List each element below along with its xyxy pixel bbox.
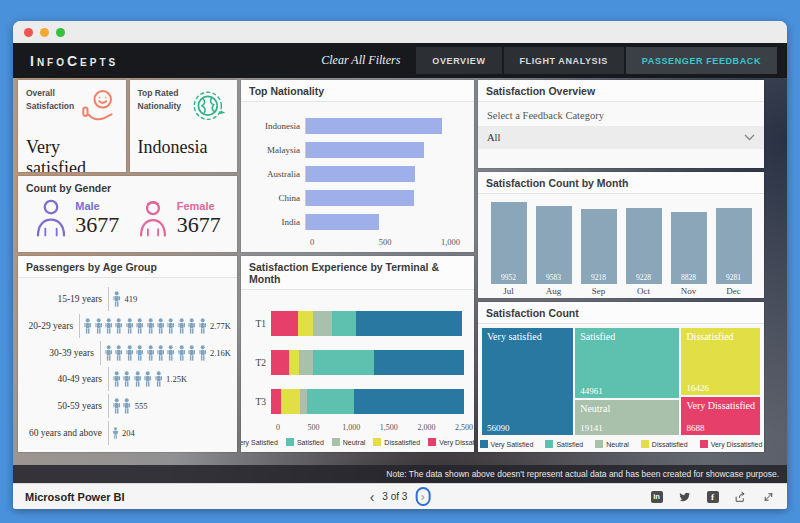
segment-neutral[interactable] [300,389,308,414]
tab-flight-analysis[interactable]: FLIGHT ANALYSIS [504,47,624,74]
month-label: Sep [592,284,606,298]
segment-very-satisfied[interactable] [354,389,464,414]
terminal-x-axis: 05001,0001,5002,0002,500 [276,423,464,435]
minimize-window-icon[interactable] [40,28,49,37]
dropdown-selected-value: All [487,132,500,143]
window-chrome [13,21,787,43]
age-group-row[interactable]: 40-49 years1.25K [18,367,231,391]
legend-item[interactable]: Very Dissatisfied [428,438,474,446]
satisfaction-experience-title: Satisfaction Experience by Terminal & Mo… [241,256,474,290]
legend-item[interactable]: Dissatisfied [641,440,688,448]
segment-neutral[interactable] [313,311,332,336]
close-window-icon[interactable] [24,28,33,37]
nationality-label: China [247,193,305,203]
age-group-label: 50-59 years [18,401,108,411]
tab-overview[interactable]: OVERVIEW [416,47,501,74]
nationality-bar[interactable] [306,142,424,158]
segment-satisfied[interactable] [332,311,356,336]
age-group-row[interactable]: 20-29 years2.77K [18,314,231,338]
legend-item[interactable]: Neutral [595,440,629,448]
month-bar[interactable]: 8828 [671,212,707,284]
nationality-label: Australia [247,169,305,179]
nationality-bar[interactable] [306,190,414,206]
maximize-window-icon[interactable] [56,28,65,37]
person-pictogram-icons [108,287,121,311]
satisfaction-experience-card: Satisfaction Experience by Terminal & Mo… [241,256,474,452]
legend-label: Satisfied [556,441,583,448]
male-count: Male 3677 [34,198,119,238]
terminal-label: T2 [249,358,271,368]
share-icon[interactable] [734,490,747,503]
satisfaction-count-card: Satisfaction Count Very satisfied 56090 … [478,302,764,452]
dashboard-navbar: InfoCepts Clear All Filters OVERVIEW FLI… [13,43,787,78]
satisfaction-overview-title: Satisfaction Overview [478,80,764,102]
female-value: 3677 [177,214,221,236]
chevron-down-icon [744,134,755,141]
segment-dissatisfied[interactable] [298,311,313,336]
legend-swatch [641,440,649,448]
feedback-category-dropdown[interactable]: All [478,126,764,149]
top-nationality-title: Top Nationality [241,80,474,102]
month-bar[interactable]: 9218 [581,209,617,284]
legend-label: Neutral [606,441,629,448]
passengers-by-age-group-card: Passengers by Age Group 15-19 years41920… [18,256,237,452]
fullscreen-icon[interactable] [762,490,775,503]
legend-item[interactable]: Satisfied [545,440,583,448]
female-label: Female [177,200,221,212]
treemap-block-neutral[interactable]: Neutral 19141 [575,400,679,435]
legend-swatch [332,438,340,446]
legend-item[interactable]: Very Satisfied [480,440,534,448]
month-bar[interactable]: 9281 [716,208,752,284]
linkedin-icon[interactable]: in [650,490,663,503]
segment-satisfied[interactable] [313,350,374,375]
male-label: Male [75,200,119,212]
legend-label: Neutral [343,439,366,446]
age-group-row[interactable]: 15-19 years419 [18,287,231,311]
age-group-value: 204 [122,428,135,438]
nationality-bar[interactable] [306,166,415,182]
prev-page-button[interactable]: ‹ [370,490,375,504]
month-bar[interactable]: 9583 [536,206,572,284]
age-group-row[interactable]: 50-59 years555 [18,394,231,418]
segment-satisfied[interactable] [307,389,354,414]
month-bar-value: 9281 [716,273,752,282]
next-page-button[interactable]: › [415,487,430,506]
legend-item[interactable]: Satisfied [286,438,324,446]
segment-dissatisfied[interactable] [289,350,299,375]
treemap-block-satisfied[interactable]: Satisfied 44961 [575,328,679,398]
legend-label: Satisfied [297,439,324,446]
passengers-by-age-group-title: Passengers by Age Group [18,256,237,278]
segment-neutral[interactable] [299,350,312,375]
month-bar-value: 9952 [491,273,527,282]
facebook-icon[interactable]: f [706,490,719,503]
age-group-row[interactable]: 60 years and above204 [18,421,231,445]
segment-very-dissatisfied[interactable] [271,389,281,414]
segment-dissatisfied[interactable] [281,389,299,414]
age-group-row[interactable]: 30-39 years2.16K [18,341,231,365]
twitter-icon[interactable] [678,490,691,503]
month-bar[interactable]: 9952 [491,202,527,284]
legend-item[interactable]: Very Satisfied [241,438,278,446]
treemap-block-dissatisfied[interactable]: Dissatisfied 16426 [681,328,760,395]
terminal-bar-row: T1 [249,311,464,336]
legend-item[interactable]: Very Dissatisfied [700,440,763,448]
month-bar[interactable]: 9228 [626,208,662,284]
top-nationality-card: Top Nationality IndonesiaMalaysiaAustral… [241,80,474,252]
female-count: Female 3677 [136,198,221,238]
person-pictogram-icons [108,421,119,445]
treemap-block-very-satisfied[interactable]: Very satisfied 56090 [482,328,573,435]
age-group-value: 555 [135,401,148,411]
nationality-bar[interactable] [306,118,442,134]
top-rated-nationality-title: Top Rated Nationality [138,87,181,127]
segment-very-dissatisfied[interactable] [271,311,298,336]
tab-passenger-feedback[interactable]: PASSENGER FEEDBACK [626,47,777,74]
legend-item[interactable]: Neutral [332,438,366,446]
nationality-bar[interactable] [306,214,379,230]
treemap-block-very-dissatisfied[interactable]: Very Dissatisfied 8688 [681,397,760,435]
age-group-label: 60 years and above [18,428,108,438]
segment-very-dissatisfied[interactable] [271,350,289,375]
legend-item[interactable]: Dissatisfied [373,438,420,446]
segment-very-satisfied[interactable] [374,350,464,375]
segment-very-satisfied[interactable] [356,311,463,336]
clear-all-filters-button[interactable]: Clear All Filters [321,53,400,68]
